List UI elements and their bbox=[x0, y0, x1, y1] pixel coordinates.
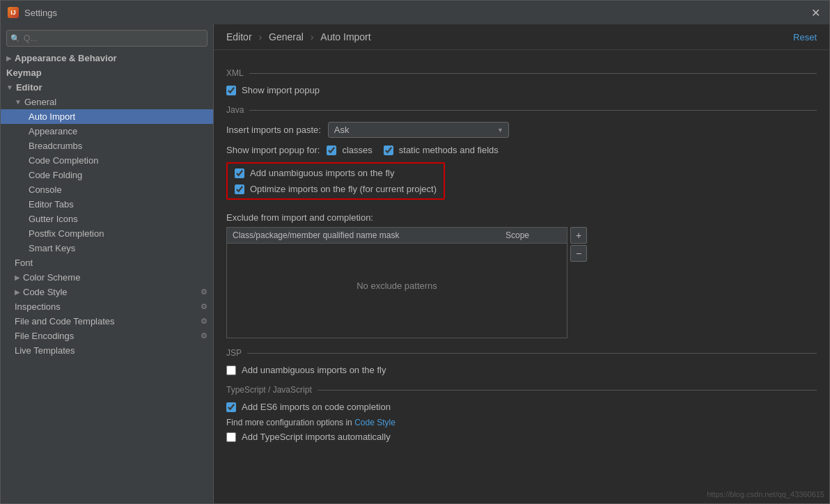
jsp-section-label: JSP bbox=[226, 348, 242, 358]
insert-imports-select[interactable]: Ask Always Never bbox=[328, 122, 509, 138]
add-pattern-button[interactable]: + bbox=[570, 227, 587, 244]
tree-arrow-general: ▼ bbox=[15, 98, 22, 106]
java-divider-line bbox=[249, 110, 817, 111]
settings-icon-code-style: ⚙ bbox=[201, 288, 208, 297]
jsp-add-unambiguous-label: Add unambiguous imports on the fly bbox=[242, 365, 386, 375]
table-col1-header: Class/package/member qualified name mask bbox=[233, 230, 506, 240]
jsp-divider-line bbox=[247, 353, 817, 354]
sidebar-item-label-file-encodings: File Encodings bbox=[15, 331, 74, 341]
sidebar-item-general[interactable]: ▼ General bbox=[1, 95, 213, 109]
static-methods-checkbox[interactable] bbox=[384, 145, 393, 155]
watermark: https://blog.csdn.net/qq_43360615 bbox=[707, 490, 824, 498]
tree-arrow-color-scheme: ▶ bbox=[15, 274, 20, 281]
breadcrumb: Editor › General › Auto Import bbox=[226, 31, 371, 42]
add-es6-row: Add ES6 imports on code completion bbox=[226, 402, 817, 412]
sidebar-item-breadcrumbs[interactable]: Breadcrumbs bbox=[1, 139, 213, 153]
sidebar-item-code-folding[interactable]: Code Folding bbox=[1, 168, 213, 182]
sidebar-item-label-appearance: Appearance bbox=[29, 126, 77, 136]
sidebar: 🔍 ▶ Appearance & BehaviorKeymap▼ Editor▼… bbox=[1, 24, 214, 503]
sidebar-item-label-general: General bbox=[24, 97, 56, 107]
java-section-label: Java bbox=[226, 105, 244, 115]
exclude-section: Exclude from import and completion: Clas… bbox=[226, 212, 817, 338]
sidebar-item-editor-tabs[interactable]: Editor Tabs bbox=[1, 197, 213, 212]
table-col2-header: Scope bbox=[506, 230, 561, 240]
tree-arrow-appearance-behavior: ▶ bbox=[6, 54, 12, 62]
ts-note-text: Find more configuration options in bbox=[226, 418, 352, 427]
sidebar-item-code-style[interactable]: ▶ Code Style⚙ bbox=[1, 285, 213, 299]
add-typescript-row: Add TypeScript imports automatically bbox=[226, 432, 817, 442]
sidebar-item-live-templates[interactable]: Live Templates bbox=[1, 343, 213, 358]
java-section-divider: Java bbox=[226, 105, 817, 115]
exclude-table: Class/package/member qualified name mask… bbox=[226, 227, 567, 338]
search-input[interactable] bbox=[6, 30, 208, 47]
content-area: 🔍 ▶ Appearance & BehaviorKeymap▼ Editor▼… bbox=[1, 24, 829, 503]
sidebar-item-label-smart-keys: Smart Keys bbox=[29, 243, 75, 253]
sidebar-item-keymap[interactable]: Keymap bbox=[1, 65, 213, 80]
breadcrumb-bar: Editor › General › Auto Import Reset bbox=[214, 24, 829, 50]
sidebar-item-appearance-behavior[interactable]: ▶ Appearance & Behavior bbox=[1, 51, 213, 65]
sidebar-item-label-console: Console bbox=[29, 184, 62, 195]
sidebar-item-postfix-completion[interactable]: Postfix Completion bbox=[1, 226, 213, 241]
add-typescript-label: Add TypeScript imports automatically bbox=[242, 432, 391, 442]
xml-show-import-popup-checkbox[interactable] bbox=[226, 86, 236, 95]
search-icon: 🔍 bbox=[10, 34, 20, 43]
breadcrumb-part-1: Editor bbox=[226, 31, 252, 42]
sidebar-item-label-postfix-completion: Postfix Completion bbox=[29, 228, 104, 239]
sidebar-item-editor[interactable]: ▼ Editor bbox=[1, 80, 213, 95]
static-methods-label: static methods and fields bbox=[399, 145, 499, 155]
jsp-section-divider: JSP bbox=[226, 348, 817, 358]
sidebar-item-label-color-scheme: Color Scheme bbox=[23, 272, 80, 283]
highlighted-options-box: Add unambiguous imports on the fly Optim… bbox=[226, 162, 445, 200]
sidebar-item-auto-import[interactable]: Auto Import bbox=[1, 109, 213, 124]
sidebar-item-smart-keys[interactable]: Smart Keys bbox=[1, 241, 213, 255]
classes-checkbox-label[interactable]: classes bbox=[327, 145, 372, 155]
sidebar-item-console[interactable]: Console bbox=[1, 182, 213, 197]
add-es6-checkbox[interactable] bbox=[226, 402, 236, 412]
sidebar-item-font[interactable]: Font bbox=[1, 255, 213, 270]
tree-arrow-code-style: ▶ bbox=[15, 288, 20, 296]
sidebar-item-file-encodings[interactable]: File Encodings⚙ bbox=[1, 329, 213, 343]
title-bar: IJ Settings ✕ bbox=[1, 1, 829, 24]
optimize-imports-checkbox[interactable] bbox=[235, 184, 244, 194]
tree-arrow-editor: ▼ bbox=[6, 84, 13, 91]
add-es6-label: Add ES6 imports on code completion bbox=[242, 402, 391, 412]
table-header: Class/package/member qualified name mask… bbox=[227, 228, 567, 244]
xml-divider-line bbox=[249, 73, 817, 74]
sidebar-item-file-and-code-templates[interactable]: File and Code Templates⚙ bbox=[1, 314, 213, 329]
sidebar-item-appearance[interactable]: Appearance bbox=[1, 124, 213, 139]
sidebar-item-label-auto-import: Auto Import bbox=[29, 111, 75, 122]
sidebar-item-label-code-folding: Code Folding bbox=[29, 170, 82, 180]
ts-divider-line bbox=[318, 390, 817, 391]
insert-imports-row: Insert imports on paste: Ask Always Neve… bbox=[226, 122, 817, 138]
sidebar-item-label-gutter-icons: Gutter Icons bbox=[29, 214, 78, 224]
ts-section-label: TypeScript / JavaScript bbox=[226, 385, 312, 395]
sidebar-tree: ▶ Appearance & BehaviorKeymap▼ Editor▼ G… bbox=[1, 51, 213, 358]
ts-section-divider: TypeScript / JavaScript bbox=[226, 385, 817, 395]
add-typescript-checkbox[interactable] bbox=[226, 432, 236, 442]
jsp-add-unambiguous-checkbox[interactable] bbox=[226, 365, 236, 375]
sidebar-item-inspections[interactable]: Inspections⚙ bbox=[1, 299, 213, 314]
breadcrumb-sep-1: › bbox=[258, 31, 265, 42]
code-style-link[interactable]: Code Style bbox=[354, 418, 396, 427]
sidebar-item-label-font: Font bbox=[15, 258, 33, 268]
app-icon: IJ bbox=[8, 7, 19, 18]
exclude-table-wrapper: Class/package/member qualified name mask… bbox=[226, 227, 817, 338]
sidebar-item-label-editor-tabs: Editor Tabs bbox=[29, 199, 74, 210]
static-methods-checkbox-label[interactable]: static methods and fields bbox=[384, 145, 499, 155]
sidebar-item-label-editor: Editor bbox=[16, 82, 42, 93]
classes-checkbox[interactable] bbox=[327, 145, 336, 155]
breadcrumb-part-2: General bbox=[269, 31, 304, 42]
settings-icon-inspections: ⚙ bbox=[201, 302, 208, 311]
reset-button[interactable]: Reset bbox=[793, 32, 817, 42]
sidebar-item-label-code-completion: Code Completion bbox=[29, 155, 98, 166]
remove-pattern-button[interactable]: − bbox=[570, 245, 587, 262]
ts-note: Find more configuration options in Code … bbox=[226, 418, 817, 427]
add-unambiguous-checkbox[interactable] bbox=[235, 168, 244, 178]
sidebar-item-code-completion[interactable]: Code Completion bbox=[1, 153, 213, 168]
close-button[interactable]: ✕ bbox=[808, 6, 822, 19]
xml-section-label: XML bbox=[226, 68, 244, 78]
sidebar-item-gutter-icons[interactable]: Gutter Icons bbox=[1, 212, 213, 226]
sidebar-item-color-scheme[interactable]: ▶ Color Scheme bbox=[1, 270, 213, 285]
insert-imports-select-wrapper[interactable]: Ask Always Never bbox=[328, 122, 509, 138]
search-box[interactable]: 🔍 bbox=[6, 30, 208, 47]
